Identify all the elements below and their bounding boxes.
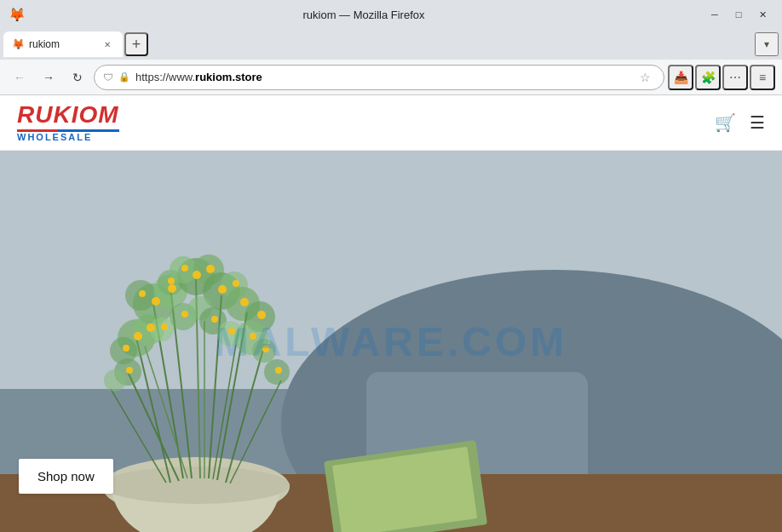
shield-icon: 🛡 <box>103 72 113 83</box>
firefox-icon: 🦊 <box>9 7 24 22</box>
window-title: rukiom — Mozilla Firefox <box>24 9 704 21</box>
shop-now-button[interactable]: Shop now <box>19 459 113 494</box>
overflow-menu-button[interactable]: ⋯ <box>722 65 748 90</box>
hero-background: MALWARE.COM Shop now <box>0 151 782 532</box>
reload-button[interactable]: ↻ <box>65 65 90 90</box>
toolbar-right-buttons: 📥 🧩 ⋯ ≡ <box>668 65 775 90</box>
svg-point-55 <box>181 265 188 272</box>
logo[interactable]: RUKIOM WHOLESALE <box>17 103 119 142</box>
tab-bar: 🦊 rukiom ✕ + ▾ <box>0 29 782 60</box>
tab-list-button[interactable]: ▾ <box>755 32 779 56</box>
svg-point-9 <box>102 466 290 504</box>
svg-point-66 <box>181 311 188 317</box>
lock-icon: 🔒 <box>118 72 130 83</box>
svg-point-67 <box>211 316 218 323</box>
toolbar: ← → ↻ 🛡 🔒 https://www.rukiom.store ☆ 📥 🧩… <box>0 60 782 95</box>
address-bar[interactable]: 🛡 🔒 https://www.rukiom.store ☆ <box>94 65 664 90</box>
svg-point-58 <box>233 280 239 287</box>
forward-button[interactable]: → <box>36 65 61 90</box>
website-content: RUKIOM WHOLESALE 🛒 ☰ <box>0 95 782 532</box>
window-controls: ─ □ ✕ <box>704 3 773 26</box>
site-header: RUKIOM WHOLESALE 🛒 ☰ <box>0 95 782 151</box>
svg-point-63 <box>126 367 133 374</box>
svg-point-51 <box>139 290 146 297</box>
svg-point-65 <box>161 323 168 330</box>
pocket-button[interactable]: 📥 <box>668 65 693 90</box>
tab-bar-right: ▾ <box>755 32 779 56</box>
browser-chrome: 🦊 rukiom — Mozilla Firefox ─ □ ✕ 🦊 rukio… <box>0 0 782 95</box>
tab-label: rukiom <box>29 38 95 50</box>
svg-point-68 <box>228 328 235 335</box>
header-icons: 🛒 ☰ <box>715 112 765 133</box>
new-tab-button[interactable]: + <box>124 32 148 56</box>
tab-favicon: 🦊 <box>12 38 24 50</box>
svg-point-56 <box>206 265 215 273</box>
hero-svg <box>0 151 782 532</box>
minimize-button[interactable]: ─ <box>704 3 726 26</box>
svg-point-60 <box>257 311 266 319</box>
svg-point-61 <box>250 333 256 340</box>
logo-rukiom: RUKIOM <box>17 103 119 127</box>
extensions-button[interactable]: 🧩 <box>695 65 721 90</box>
svg-point-57 <box>218 285 227 294</box>
svg-point-62 <box>262 346 269 352</box>
back-button[interactable]: ← <box>7 65 32 90</box>
close-button[interactable]: ✕ <box>751 3 773 26</box>
logo-text: RUKIOM WHOLESALE <box>17 103 119 142</box>
active-tab[interactable]: 🦊 rukiom ✕ <box>3 31 123 57</box>
nav-menu-button[interactable]: ☰ <box>750 112 765 133</box>
svg-point-64 <box>275 367 282 374</box>
title-bar: 🦊 rukiom — Mozilla Firefox ─ □ ✕ <box>0 0 782 29</box>
svg-point-53 <box>168 277 175 284</box>
bookmark-star-button[interactable]: ☆ <box>635 67 655 88</box>
svg-point-49 <box>147 323 155 332</box>
svg-point-40 <box>104 369 126 392</box>
logo-wholesale: WHOLESALE <box>17 133 119 142</box>
svg-point-52 <box>168 284 176 293</box>
url-text: https://www.rukiom.store <box>135 71 630 83</box>
tab-close-button[interactable]: ✕ <box>101 37 114 51</box>
cart-button[interactable]: 🛒 <box>715 112 736 133</box>
hamburger-menu-button[interactable]: ≡ <box>750 65 775 90</box>
hero-section: MALWARE.COM Shop now <box>0 151 782 532</box>
svg-point-59 <box>240 298 249 306</box>
maximize-button[interactable]: □ <box>727 3 750 26</box>
svg-point-50 <box>152 297 160 306</box>
svg-point-54 <box>193 271 201 279</box>
svg-point-48 <box>123 345 129 352</box>
svg-point-47 <box>134 332 142 340</box>
